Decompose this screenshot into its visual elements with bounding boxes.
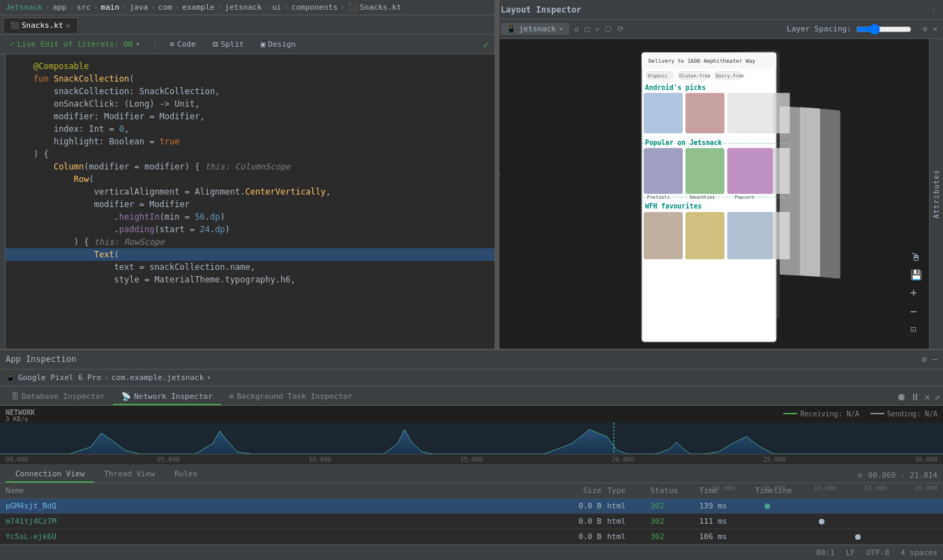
device-icon: 📱 — [6, 373, 15, 382]
minimize-icon[interactable]: — — [933, 354, 937, 364]
code-line: style = MaterialTheme.typography.h6, — [0, 273, 495, 286]
live-edit-button[interactable]: ✓ Live Edit of literals: ON ▾ — [6, 38, 144, 50]
encoding: UTF-8 — [866, 548, 889, 557]
export-icon[interactable]: ↗ — [935, 391, 940, 402]
code-editor-panel: Jetsnack › app › src › main › java › com… — [0, 0, 495, 349]
code-line: index: Int = 0, — [0, 123, 495, 135]
design-button[interactable]: ▣ Design — [257, 38, 300, 50]
network-icon: 📡 — [121, 392, 131, 401]
indent: 4 spaces — [900, 548, 937, 557]
time-range-icon: ⊙ — [858, 471, 863, 480]
inspector-3d-view[interactable]: Component Tree Attributes — [495, 39, 943, 349]
bc-example[interactable]: example — [182, 3, 214, 12]
bc-jetsnack2[interactable]: jetsnack — [225, 3, 262, 12]
svg-rect-27 — [727, 212, 774, 259]
highlight-icon[interactable]: ⬡ — [605, 24, 612, 33]
svg-text:Pretzels: Pretzels — [647, 195, 670, 200]
table-row[interactable]: pGM4sjt_BdQ 0.0 B html 302 139 ms — [0, 499, 943, 514]
app-inspection-header: App Inspection ⚙ — — [0, 350, 943, 370]
svg-text:Android's picks: Android's picks — [645, 84, 706, 91]
code-line: .padding(start = 24.dp) — [0, 223, 495, 236]
bc-com[interactable]: com — [158, 3, 172, 12]
svg-rect-31 — [800, 107, 840, 278]
bc-main[interactable]: main — [101, 3, 120, 12]
code-button[interactable]: ≡ Code — [165, 38, 199, 50]
col-header-status: Status — [651, 486, 700, 495]
fit-screen-icon[interactable]: ⊡ — [910, 324, 922, 335]
tab-thread-view[interactable]: Thread View — [94, 467, 165, 483]
svg-rect-32 — [0, 423, 943, 455]
code-area[interactable]: @Composable fun SnackCollection( snackCo… — [0, 54, 495, 349]
bc-file[interactable]: ⬛Snacks.kt — [348, 3, 402, 12]
col-header-timeline: Timeline 00.000 05.000 10.000 15.000 20.… — [755, 486, 938, 495]
package-label: com.example.jetsnack — [112, 373, 204, 382]
layout-inspector-title: Layout Inspector — [501, 5, 582, 15]
layer-spacing-slider[interactable] — [856, 24, 912, 35]
sync-icon[interactable]: ⟳ — [617, 24, 624, 33]
bc-java[interactable]: java — [130, 3, 149, 12]
code-line: snackCollection: SnackCollection, — [0, 85, 495, 98]
inspector-toolbar: Layout Inspector ⋮ — [495, 0, 943, 20]
zoom-out-icon[interactable]: − — [910, 305, 922, 318]
tab-rules[interactable]: Rules — [165, 467, 207, 483]
bc-ui[interactable]: ui — [272, 3, 281, 12]
refresh-icon[interactable]: ↺ — [575, 24, 580, 33]
split-button[interactable]: ⧉ Split — [209, 38, 248, 50]
clear-icon[interactable]: ✕ — [924, 391, 930, 402]
settings-icon[interactable]: ⚙ — [922, 354, 927, 364]
table-row[interactable]: m741tj4Cz7M 0.0 B html 302 111 ms — [0, 514, 943, 529]
status-bar: 80:1 LF UTF-8 4 spaces — [0, 545, 943, 560]
export-icon[interactable]: ↗ — [595, 24, 600, 33]
svg-rect-19 — [686, 148, 725, 194]
stop-icon[interactable]: ⏸ — [910, 391, 920, 402]
close-inspector-icon[interactable]: ✕ — [933, 24, 937, 33]
panel-resize-handle[interactable]: ⋮ — [495, 0, 499, 349]
tab-close-icon[interactable]: ✕ — [66, 22, 70, 29]
editor-toolbar: ✓ Live Edit of literals: ON ▾ | ≡ Code ⧉… — [0, 35, 495, 54]
code-line: highlight: Boolean = true — [0, 135, 495, 148]
svg-text:Delivery to 1600 Amphitheater : Delivery to 1600 Amphitheater Way — [649, 58, 756, 64]
layout-inspector-panel: ⋮ Layout Inspector ⋮ 📱 jetsnack ▾ — [495, 0, 943, 349]
line-col: 80:1 — [816, 548, 835, 557]
table-row[interactable]: Yc5sL-ejk6U 0.0 B html 302 106 ms — [0, 529, 943, 545]
code-line: text = snackCollection.name, — [0, 261, 495, 273]
app-inspection-section: App Inspection ⚙ — 📱 Google Pixel 6 Pro … — [0, 349, 943, 560]
svg-text:Gluten-free: Gluten-free — [679, 73, 711, 79]
bc-components[interactable]: components — [292, 3, 338, 12]
record-icon[interactable]: ⏺ — [896, 391, 906, 402]
inspector-tab-bar: 🗄 Database Inspector 📡 Network Inspector… — [0, 386, 943, 406]
svg-rect-14 — [727, 93, 774, 133]
code-line: .heightIn(min = 56.dp) — [0, 211, 495, 223]
svg-rect-25 — [644, 212, 683, 259]
screenshot-save-icon[interactable]: 💾 — [910, 269, 922, 280]
tab-database-inspector[interactable]: 🗄 Database Inspector — [3, 389, 113, 405]
svg-rect-17 — [644, 148, 683, 194]
zoom-in-icon[interactable]: + — [910, 286, 922, 299]
more-options-icon[interactable]: ⋮ — [930, 5, 937, 14]
tab-snacks-kt[interactable]: ⬛ Snacks.kt ✕ — [3, 17, 78, 33]
settings-icon[interactable]: ⚙ — [923, 24, 928, 33]
svg-text:Popular on Jetsnack: Popular on Jetsnack — [645, 139, 722, 146]
device-selection-bar: 📱 Google Pixel 6 Pro › com.example.jetsn… — [0, 370, 943, 386]
svg-text:Organic: Organic — [648, 73, 667, 79]
code-line: Column(modifier = modifier) { this: Colu… — [0, 160, 495, 173]
bc-jetsnack[interactable]: Jetsnack — [6, 3, 43, 12]
code-line: Row( — [0, 173, 495, 186]
tab-connection-view[interactable]: Connection View — [6, 467, 94, 483]
tab-network-inspector[interactable]: 📡 Network Inspector — [113, 389, 221, 405]
screenshot-icon[interactable]: □ — [584, 24, 589, 33]
tab-background-task-inspector[interactable]: ≡ Background Task Inspector — [221, 389, 361, 405]
bc-app[interactable]: app — [53, 3, 67, 12]
mouse-icon[interactable]: 🖱 — [910, 250, 922, 264]
code-line: fun SnackCollection( — [0, 73, 495, 85]
editor-tab-bar: ⬛ Snacks.kt ✕ — [0, 15, 495, 35]
device-dropdown[interactable]: 📱 jetsnack ▾ — [501, 23, 569, 35]
code-line-text: Text( — [0, 248, 495, 261]
code-line: onSnackClick: (Long) -> Unit, — [0, 98, 495, 110]
svg-rect-12 — [644, 93, 683, 133]
connection-view-tabs: Connection View Thread View Rules ⊙ 00.0… — [0, 465, 943, 483]
bc-src[interactable]: src — [77, 3, 91, 12]
app-inspection-title: App Inspection — [6, 354, 76, 364]
package-dropdown-icon[interactable]: ▾ — [206, 373, 211, 382]
network-kb: 3 KB/s — [6, 416, 29, 423]
